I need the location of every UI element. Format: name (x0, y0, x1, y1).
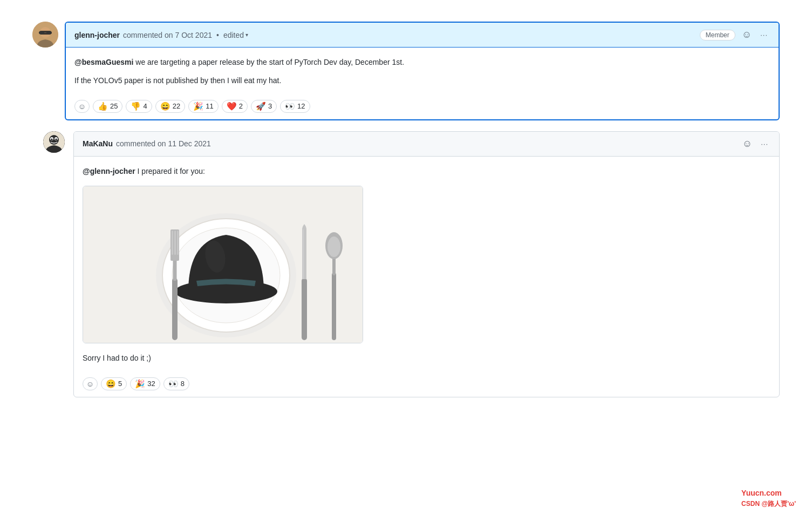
svg-rect-3 (39, 31, 44, 34)
svg-rect-19 (173, 259, 177, 281)
more-options-button-2[interactable]: ··· (759, 139, 770, 149)
reactions-2: ☺ 😄 5 🎉 32 👀 8 (74, 373, 779, 397)
comment-author-2[interactable]: MaKaNu (83, 139, 113, 148)
hooray-count: 11 (206, 102, 213, 110)
member-badge: Member (700, 30, 735, 40)
svg-point-11 (56, 138, 57, 140)
svg-rect-18 (172, 278, 178, 340)
add-reaction-btn-1[interactable]: ☺ (74, 100, 90, 113)
svg-rect-27 (332, 256, 336, 275)
svg-rect-4 (46, 31, 52, 34)
reaction-heart[interactable]: ❤️ 2 (222, 100, 248, 113)
reaction-thumbsdown[interactable]: 👎 4 (126, 100, 152, 113)
reaction2-hooray-count: 32 (147, 380, 155, 388)
comment-actions-1: Member ☺ ··· (700, 28, 770, 42)
add-reaction-btn-2[interactable]: ☺ (83, 377, 98, 390)
comment-body-2-line1: @glenn-jocher I prepared it for you: (83, 165, 770, 177)
avatar-makanu (43, 131, 65, 153)
comment-body-2-sorry: Sorry I had to do it ;) (83, 352, 770, 364)
comment-body-2: @glenn-jocher I prepared it for you: (74, 157, 779, 186)
mention-glenn[interactable]: @glenn-jocher (83, 167, 135, 175)
reaction-hooray[interactable]: 🎉 11 (188, 100, 218, 113)
svg-point-10 (51, 138, 53, 140)
reaction-laugh[interactable]: 😄 22 (155, 100, 185, 113)
heart-count: 2 (239, 102, 243, 110)
hat-plate-illustration (83, 186, 363, 343)
eyes-count: 12 (297, 102, 305, 110)
hooray-emoji: 🎉 (193, 102, 203, 111)
csdn-watermark: Yuucn.com CSDN @路人贾'ω' (741, 489, 796, 509)
thumbsdown-emoji: 👎 (131, 102, 141, 111)
caret-icon: ▾ (245, 32, 248, 38)
thumbsdown-count: 4 (143, 102, 147, 110)
comment-header-1: glenn-jocher commented on 7 Oct 2021 • e… (66, 23, 779, 48)
comment-body-line1-rest: we are targeting a paper release by the … (135, 58, 404, 66)
yuucn-label: Yuucn.com (741, 489, 796, 497)
reactions-1: ☺ 👍 25 👎 4 😄 22 🎉 11 (66, 96, 779, 119)
comment-header-2: MaKaNu commented on 11 Dec 2021 ☺ ··· (74, 132, 779, 157)
comment-body-line2: If the YOLOv5 paper is not published by … (74, 75, 770, 86)
avatar-glenn (32, 22, 58, 48)
reaction2-eyes-emoji: 👀 (168, 379, 179, 389)
comment-date-1: commented on 7 Oct 2021 (123, 31, 212, 39)
svg-rect-21 (172, 231, 173, 255)
laugh-emoji: 😄 (160, 102, 170, 111)
thumbsup-count: 25 (110, 102, 118, 110)
reaction-thumbsup[interactable]: 👍 25 (93, 100, 122, 113)
comment-box-2: MaKaNu commented on 11 Dec 2021 ☺ ··· @g… (73, 131, 780, 397)
eyes-emoji: 👀 (285, 102, 295, 111)
rocket-emoji: 🚀 (256, 102, 266, 111)
comment-body-line1: @besmaGuesmi we are targeting a paper re… (74, 56, 770, 68)
laugh-count: 22 (173, 102, 180, 110)
comment-row-1: glenn-jocher commented on 7 Oct 2021 • e… (32, 22, 780, 120)
comment-row-2: MaKaNu commented on 11 Dec 2021 ☺ ··· @g… (43, 131, 780, 397)
heart-emoji: ❤️ (227, 102, 237, 111)
reaction2-eyes-count: 8 (181, 380, 185, 388)
csdn-label: CSDN @路人贾'ω' (741, 499, 796, 509)
edited-label: edited (223, 31, 244, 39)
more-options-button-1[interactable]: ··· (758, 30, 770, 40)
comment-author-1[interactable]: glenn-jocher (74, 31, 120, 39)
thumbsup-emoji: 👍 (98, 102, 108, 111)
comment-actions-2: ☺ ··· (740, 137, 770, 151)
add-reaction-button-1[interactable]: ☺ (740, 28, 754, 42)
comment-meta-1: glenn-jocher commented on 7 Oct 2021 • e… (74, 31, 248, 39)
comment-meta-2: MaKaNu commented on 11 Dec 2021 (83, 139, 211, 148)
edited-dropdown[interactable]: edited ▾ (223, 31, 248, 39)
comment-body-2-line1-rest: I prepared it for you: (138, 167, 205, 175)
rocket-count: 3 (268, 102, 272, 110)
svg-point-29 (327, 236, 340, 257)
reaction-eyes[interactable]: 👀 12 (280, 100, 310, 113)
mention-besma[interactable]: @besmaGuesmi (74, 58, 133, 66)
reaction2-eyes[interactable]: 👀 8 (163, 377, 189, 390)
comment-box-1: glenn-jocher commented on 7 Oct 2021 • e… (65, 22, 780, 120)
comment-body-2-extra: Sorry I had to do it ;) (74, 350, 779, 373)
svg-rect-24 (302, 278, 307, 340)
reaction2-hooray[interactable]: 🎉 32 (130, 377, 160, 390)
comment-body-1: @besmaGuesmi we are targeting a paper re… (66, 48, 779, 96)
add-reaction-button-2[interactable]: ☺ (740, 137, 754, 151)
reaction2-laugh-emoji: 😄 (106, 379, 116, 389)
reaction2-laugh[interactable]: 😄 5 (101, 377, 127, 390)
reaction2-hooray-emoji: 🎉 (135, 379, 145, 389)
reaction2-laugh-count: 5 (118, 380, 122, 388)
reaction-rocket[interactable]: 🚀 3 (251, 100, 277, 113)
comment-image (83, 186, 363, 343)
svg-rect-26 (332, 273, 336, 340)
comment-date-2: commented on 11 Dec 2021 (116, 139, 211, 148)
svg-rect-22 (174, 231, 176, 255)
svg-rect-23 (177, 231, 179, 255)
comment-image-area (74, 186, 779, 350)
